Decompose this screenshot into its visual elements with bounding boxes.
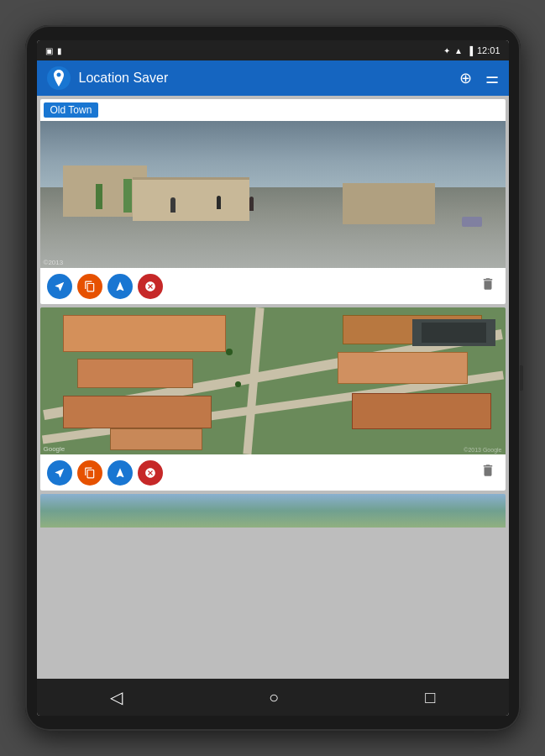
aerial-block-4 [338,352,468,385]
bluetooth-icon: ✦ [443,46,450,55]
tablet-screen: ▣ ▮ ✦ ▲ ▐ 12:01 Location Saver ⊕ ⚌ [37,40,509,716]
status-bar: ▣ ▮ ✦ ▲ ▐ 12:01 [37,40,509,60]
aerial-view-scene: Google ©2013 Google [40,307,506,454]
trash-button-1[interactable] [477,273,499,299]
aerial-trees-2 [235,381,241,387]
action-buttons-2 [47,460,163,486]
action-bar: Location Saver ⊕ ⚌ [37,60,509,96]
side-button [520,365,523,391]
action-buttons-1 [47,274,163,299]
aerial-block-3 [77,359,194,388]
street-view-scene: ©2013 [40,121,506,268]
recents-button[interactable]: □ [408,681,452,714]
navigate-button-1[interactable] [47,274,72,299]
aerial-cars [422,323,487,344]
directions-button-1[interactable] [107,274,133,299]
card-image-aerial[interactable]: Google ©2013 Google [40,307,506,454]
card-tag-old-town[interactable]: Old Town [40,99,506,121]
card-image-streetview[interactable]: ©2013 [40,121,506,268]
aerial-copyright: ©2013 Google [464,447,501,453]
content-area: Old Town [37,96,509,679]
card-actions-1 [40,268,506,304]
partial-card-3 [40,494,506,528]
sv-person-3 [249,197,254,211]
status-left: ▣ ▮ [45,46,62,55]
app-title: Location Saver [79,71,459,86]
aerial-watermark: Google [44,445,66,453]
aerial-block-1 [63,315,226,352]
wifi-icon: ▲ [454,46,463,55]
location-action-icon[interactable]: ⊕ [459,69,472,87]
sv-building-center-left [133,177,249,222]
sim-icon: ▣ [45,46,53,55]
sv-building-center-right [343,183,436,224]
sv-watermark: ©2013 [44,259,64,266]
aerial-block-6 [352,393,491,430]
sv-person-1 [170,197,176,213]
navigate-button-2[interactable] [47,460,72,486]
sv-person-2 [217,196,221,209]
card-actions-2 [40,454,506,491]
card-tag-label: Old Town [44,102,99,118]
sv-car [462,217,482,227]
partial-image-3 [40,494,506,528]
battery-icon: ▐ [467,46,473,55]
sv-tree-1 [96,184,102,209]
aerial-block-7 [110,428,203,450]
trash-button-2[interactable] [477,459,499,486]
sv-tree-2 [123,179,132,213]
status-right: ✦ ▲ ▐ 12:01 [443,45,500,55]
action-icons: ⊕ ⚌ [459,69,499,87]
battery-status-icon: ▮ [57,46,62,55]
app-icon [47,66,71,90]
directions-button-2[interactable] [107,460,133,486]
copy-button-2[interactable] [77,460,102,486]
location-card-2: Google ©2013 Google [40,307,506,491]
aerial-block-5 [63,396,212,428]
back-button[interactable]: ◁ [93,680,139,714]
cancel-button-2[interactable] [138,460,163,486]
tablet-frame: ▣ ▮ ✦ ▲ ▐ 12:01 Location Saver ⊕ ⚌ [25,25,521,731]
time-display: 12:01 [477,45,500,55]
nav-bar: ◁ ○ □ [37,679,509,716]
pin-icon [52,70,66,87]
location-card-1: Old Town [40,99,506,304]
home-button[interactable]: ○ [252,681,296,714]
copy-button-1[interactable] [77,274,102,299]
filter-action-icon[interactable]: ⚌ [485,69,499,87]
cancel-button-1[interactable] [138,274,163,299]
